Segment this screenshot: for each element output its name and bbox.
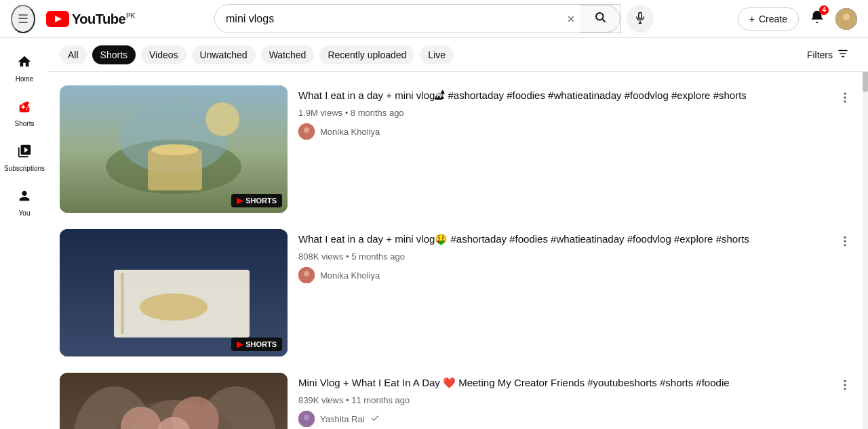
svg-point-28	[304, 271, 309, 277]
svg-point-2	[596, 13, 604, 20]
filters-icon	[837, 47, 849, 62]
search-input[interactable]	[215, 7, 561, 30]
svg-point-21	[844, 100, 846, 102]
scrollbar[interactable]	[863, 38, 868, 429]
svg-point-42	[304, 415, 309, 420]
mic-icon	[634, 12, 646, 26]
notification-badge: 4	[819, 5, 829, 15]
sidebar-subscriptions-label: Subscriptions	[4, 165, 45, 172]
clear-icon: ✕	[567, 14, 575, 24]
shorts-icon	[17, 99, 32, 117]
svg-point-15	[151, 144, 199, 155]
channel-avatar-2	[298, 267, 315, 283]
video-info-1: What I eat in a day + mini vlog🏕 #ashort…	[298, 85, 822, 140]
svg-rect-14	[148, 150, 202, 190]
notification-button[interactable]: 4	[804, 4, 830, 33]
video-title-3: Mini Vlog + What I Eat In A Day ❤️ Meeti…	[298, 375, 822, 390]
filter-bar: All Shorts Videos Unwatched Watched Rece…	[49, 38, 868, 72]
youtube-wordmark: YouTubePK	[72, 12, 135, 26]
thumbnail-3	[60, 373, 288, 429]
more-options-button-1[interactable]	[833, 85, 857, 113]
tab-recently-uploaded[interactable]: Recently uploaded	[319, 45, 414, 64]
menu-button[interactable]: ☰	[11, 5, 35, 33]
sidebar-item-you[interactable]: You	[1, 180, 47, 222]
sidebar-item-subscriptions[interactable]: Subscriptions	[1, 136, 47, 178]
sidebar-item-home[interactable]: Home	[1, 46, 47, 88]
you-icon	[17, 188, 32, 207]
filters-button[interactable]: Filters	[799, 43, 857, 66]
thumbnail-content-3	[60, 373, 288, 429]
sidebar-shorts-label: Shorts	[15, 120, 35, 127]
search-clear-button[interactable]: ✕	[561, 14, 580, 24]
channel-row-3: Yashita Rai	[298, 411, 822, 427]
youtube-logo-icon	[46, 11, 69, 27]
shorts-badge-icon-2: ▶	[237, 340, 243, 349]
video-meta-2: 808K views • 5 months ago	[298, 251, 822, 262]
filters-label: Filters	[807, 49, 833, 60]
video-age-1: 8 months ago	[351, 108, 404, 118]
hamburger-icon: ☰	[18, 12, 28, 26]
thumbnail-1: ▶ SHORTS	[60, 85, 288, 213]
sidebar-home-label: Home	[16, 75, 34, 83]
more-options-button-3[interactable]	[833, 373, 857, 401]
svg-point-25	[140, 293, 208, 321]
svg-line-3	[602, 19, 605, 22]
svg-point-44	[844, 380, 846, 382]
video-title-1: What I eat in a day + mini vlog🏕 #ashort…	[298, 88, 822, 102]
channel-name-3: Yashita Rai	[320, 414, 365, 424]
search-button[interactable]	[580, 5, 620, 33]
channel-avatar-1	[298, 123, 315, 140]
video-meta-1: 1.9M views • 8 months ago	[298, 108, 822, 118]
home-icon	[17, 54, 32, 73]
sidebar-item-shorts[interactable]: Shorts	[1, 91, 47, 133]
header-left: ☰ YouTubePK	[11, 5, 146, 33]
avatar[interactable]	[835, 8, 857, 30]
logo-link[interactable]: YouTubePK	[46, 11, 135, 27]
video-age-3: 11 months ago	[351, 395, 410, 405]
thumbnail-2: ▶ SHORTS	[60, 229, 288, 356]
svg-point-45	[844, 384, 846, 386]
video-item[interactable]: ▶ SHORTS What I eat in a day + mini vlog…	[49, 221, 868, 365]
video-views-3: 839K views	[298, 395, 343, 405]
tab-videos[interactable]: Videos	[141, 45, 186, 64]
create-button[interactable]: + Create	[738, 7, 799, 30]
svg-point-19	[844, 93, 846, 95]
shorts-badge-1: ▶ SHORTS	[231, 194, 282, 207]
search-icon	[594, 11, 606, 26]
svg-point-30	[844, 237, 846, 239]
video-meta-3: 839K views • 11 months ago	[298, 395, 822, 405]
channel-name-2: Monika Kholiya	[320, 270, 380, 281]
sidebar: Home Shorts Subscriptions You	[0, 38, 49, 429]
tab-unwatched[interactable]: Unwatched	[192, 45, 256, 64]
video-views-2: 808K views	[298, 251, 343, 262]
svg-point-31	[844, 240, 846, 242]
video-item[interactable]: ▶ SHORTS What I eat in a day + mini vlog…	[49, 77, 868, 221]
channel-avatar-3	[298, 411, 315, 427]
tab-watched[interactable]: Watched	[261, 45, 315, 64]
more-options-button-2[interactable]	[833, 229, 857, 257]
video-views-1: 1.9M views	[298, 108, 342, 118]
mic-button[interactable]	[627, 5, 654, 33]
svg-rect-26	[121, 273, 124, 334]
verified-icon-3	[370, 413, 380, 425]
tab-all[interactable]: All	[60, 45, 87, 64]
svg-point-20	[844, 96, 846, 98]
sidebar-you-label: You	[19, 209, 31, 217]
shorts-badge-2: ▶ SHORTS	[231, 338, 282, 351]
tab-live[interactable]: Live	[420, 45, 454, 64]
channel-row-1: Monika Kholiya	[298, 123, 822, 140]
shorts-badge-label: SHORTS	[245, 197, 277, 205]
svg-point-13	[205, 102, 239, 136]
plus-icon: +	[749, 14, 755, 24]
video-title-2: What I eat in a day + mini vlog🤑 #ashort…	[298, 232, 822, 246]
shorts-badge-label-2: SHORTS	[245, 340, 277, 348]
svg-point-32	[844, 244, 846, 246]
video-age-2: 5 months ago	[351, 251, 405, 262]
video-item[interactable]: Mini Vlog + What I Eat In A Day ❤️ Meeti…	[49, 365, 868, 429]
svg-rect-4	[639, 12, 642, 18]
tab-shorts[interactable]: Shorts	[92, 45, 136, 64]
shorts-badge-icon: ▶	[237, 196, 243, 205]
search-form: ✕	[214, 4, 621, 33]
video-dot-1: •	[345, 108, 351, 118]
svg-point-46	[844, 388, 846, 390]
